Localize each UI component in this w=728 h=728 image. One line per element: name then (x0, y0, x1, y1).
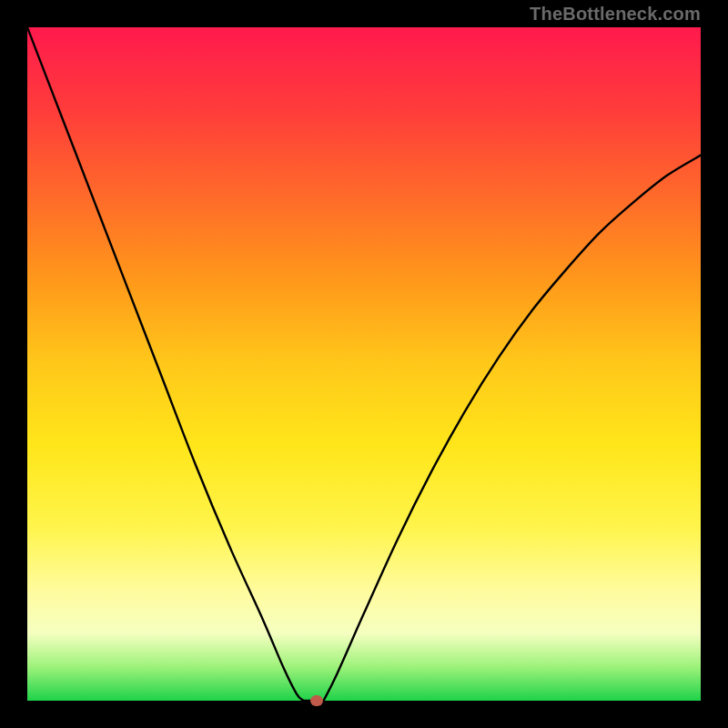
watermark-text: TheBottleneck.com (530, 4, 701, 25)
optimum-marker (310, 695, 323, 706)
plot-area (27, 27, 701, 701)
curve-path (27, 27, 701, 701)
chart-frame: TheBottleneck.com (0, 0, 728, 728)
bottleneck-curve (27, 27, 701, 701)
